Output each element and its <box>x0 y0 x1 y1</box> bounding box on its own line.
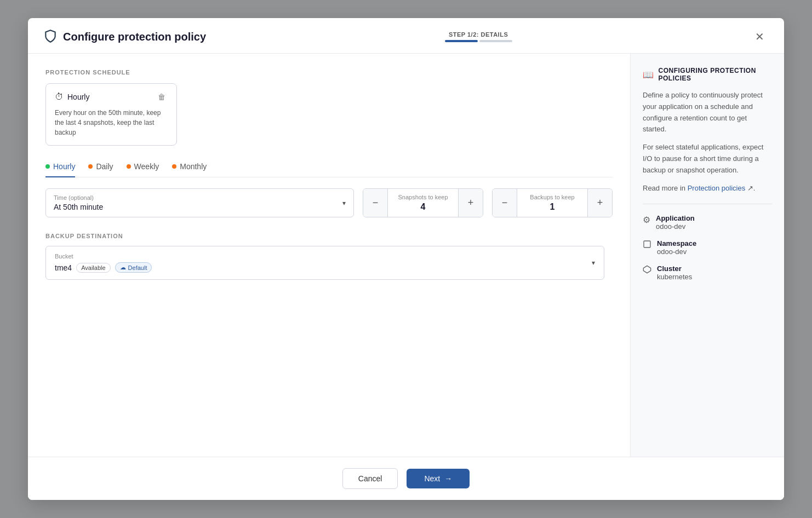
bucket-label: Bucket <box>55 253 152 260</box>
protection-schedule-label: PROTECTION SCHEDULE <box>45 69 613 76</box>
snapshots-counter: − Snapshots to keep 4 + <box>363 188 483 217</box>
cloud-icon: ☁ <box>120 264 126 271</box>
application-value: odoo-dev <box>656 222 695 231</box>
sidebar-cluster-content: Cluster kubernetes <box>657 264 692 281</box>
step-bar <box>206 40 751 42</box>
protection-policies-link[interactable]: Protection policies <box>688 184 746 192</box>
tab-hourly[interactable]: Hourly <box>45 157 75 177</box>
close-button[interactable]: ✕ <box>751 28 769 45</box>
trash-icon: 🗑 <box>158 93 165 101</box>
backups-inner: Backups to keep 1 <box>517 189 588 217</box>
backups-increment-button[interactable]: + <box>588 189 612 217</box>
next-button[interactable]: Next → <box>407 469 470 488</box>
schedule-card-title: ⏱ Hourly <box>55 92 89 102</box>
namespace-value: odoo-dev <box>657 248 696 256</box>
tab-hourly-label: Hourly <box>53 162 75 171</box>
modal-header: Configure protection policy STEP 1/2: DE… <box>28 18 784 54</box>
namespace-label: Namespace <box>657 239 696 248</box>
backups-value: 1 <box>550 202 555 212</box>
book-icon: 📖 <box>643 70 654 80</box>
backups-label: Backups to keep <box>530 194 574 200</box>
time-selector[interactable]: Time (optional) At 50th minute ▾ <box>45 188 354 217</box>
tab-monthly[interactable]: Monthly <box>172 157 207 177</box>
step-indicator: STEP 1/2: DETAILS <box>206 31 751 42</box>
next-label: Next <box>424 474 440 483</box>
sidebar-desc-2: For select stateful applications, expect… <box>643 142 772 176</box>
default-badge: ☁ Default <box>115 262 152 273</box>
tab-monthly-label: Monthly <box>180 162 207 171</box>
snapshots-value: 4 <box>421 202 426 212</box>
bucket-value-row: tme4 Available ☁ Default <box>55 262 152 273</box>
time-value: At 50th minute <box>54 203 103 211</box>
snapshots-label: Snapshots to keep <box>398 194 448 200</box>
bucket-chevron-icon: ▾ <box>592 259 595 267</box>
time-selector-inner: Time (optional) At 50th minute <box>54 194 103 211</box>
namespace-icon <box>643 240 651 251</box>
sidebar-desc-1: Define a policy to continuously protect … <box>643 90 772 135</box>
svg-marker-1 <box>643 266 650 273</box>
modal: Configure protection policy STEP 1/2: DE… <box>28 18 784 500</box>
controls-row: Time (optional) At 50th minute ▾ − Snaps… <box>45 188 613 217</box>
tab-daily-label: Daily <box>96 162 113 171</box>
time-label: Time (optional) <box>54 194 103 201</box>
clock-icon: ⏱ <box>55 92 64 102</box>
modal-header-left: Configure protection policy <box>43 29 206 45</box>
bucket-name: tme4 <box>55 263 72 272</box>
application-label: Application <box>656 214 695 222</box>
sidebar-namespace-item: Namespace odoo-dev <box>643 239 772 256</box>
schedule-card-desc: Every hour on the 50th minute, keep the … <box>55 108 168 137</box>
shield-icon <box>43 29 58 45</box>
modal-footer: Cancel Next → <box>28 457 784 500</box>
snapshots-increment-button[interactable]: + <box>459 189 483 217</box>
backups-decrement-button[interactable]: − <box>493 189 517 217</box>
application-icon: ⚙ <box>643 215 650 225</box>
tab-weekly-label: Weekly <box>134 162 159 171</box>
svg-rect-0 <box>644 241 650 248</box>
modal-title: Configure protection policy <box>63 31 206 43</box>
read-more-text: Read more in <box>643 184 685 192</box>
schedule-card-title-text: Hourly <box>67 93 89 101</box>
schedule-card: ⏱ Hourly 🗑 Every hour on the 50th minute… <box>45 83 177 146</box>
sidebar-heading: 📖 CONFIGURING PROTECTION POLICIES <box>643 67 772 82</box>
modal-overlay: Configure protection policy STEP 1/2: DE… <box>0 0 812 518</box>
available-badge: Available <box>76 263 110 273</box>
snapshots-decrement-button[interactable]: − <box>363 189 387 217</box>
modal-body: PROTECTION SCHEDULE ⏱ Hourly 🗑 Every hou… <box>28 54 784 457</box>
step-bar-1 <box>445 40 478 42</box>
backup-destination-label: BACKUP DESTINATION <box>45 233 613 239</box>
modal-sidebar: 📖 CONFIGURING PROTECTION POLICIES Define… <box>631 54 784 457</box>
sidebar-application-content: Application odoo-dev <box>656 214 695 231</box>
default-badge-text: Default <box>128 264 147 271</box>
bucket-inner: Bucket tme4 Available ☁ Default <box>55 253 152 273</box>
sidebar-cluster-item: Cluster kubernetes <box>643 264 772 281</box>
chevron-down-icon: ▾ <box>342 199 346 207</box>
tab-daily[interactable]: Daily <box>88 157 113 177</box>
external-link-icon: ↗. <box>747 184 756 192</box>
step-bar-2 <box>479 40 512 42</box>
cluster-icon <box>643 265 651 276</box>
schedule-card-header: ⏱ Hourly 🗑 <box>55 91 168 102</box>
tab-dot-monthly <box>172 164 176 169</box>
sidebar-divider <box>643 204 772 204</box>
tabs-row: Hourly Daily Weekly Monthly <box>45 157 613 177</box>
tab-dot-hourly <box>45 164 50 169</box>
backups-counter: − Backups to keep 1 + <box>492 188 613 217</box>
tab-weekly[interactable]: Weekly <box>127 157 159 177</box>
tab-dot-daily <box>88 164 93 169</box>
sidebar-application-item: ⚙ Application odoo-dev <box>643 214 772 231</box>
cluster-value: kubernetes <box>657 273 692 281</box>
snapshots-inner: Snapshots to keep 4 <box>387 189 459 217</box>
step-label: STEP 1/2: DETAILS <box>206 31 751 38</box>
modal-main: PROTECTION SCHEDULE ⏱ Hourly 🗑 Every hou… <box>28 54 631 457</box>
arrow-right-icon: → <box>444 474 452 483</box>
bucket-selector[interactable]: Bucket tme4 Available ☁ Default ▾ <box>45 246 604 280</box>
delete-schedule-button[interactable]: 🗑 <box>156 91 168 102</box>
sidebar-namespace-content: Namespace odoo-dev <box>657 239 696 256</box>
sidebar-read-more: Read more in Protection policies ↗. <box>643 183 772 194</box>
cancel-button[interactable]: Cancel <box>342 468 398 489</box>
cluster-label: Cluster <box>657 264 692 273</box>
tab-dot-weekly <box>127 164 131 169</box>
sidebar-heading-text: CONFIGURING PROTECTION POLICIES <box>659 67 773 82</box>
